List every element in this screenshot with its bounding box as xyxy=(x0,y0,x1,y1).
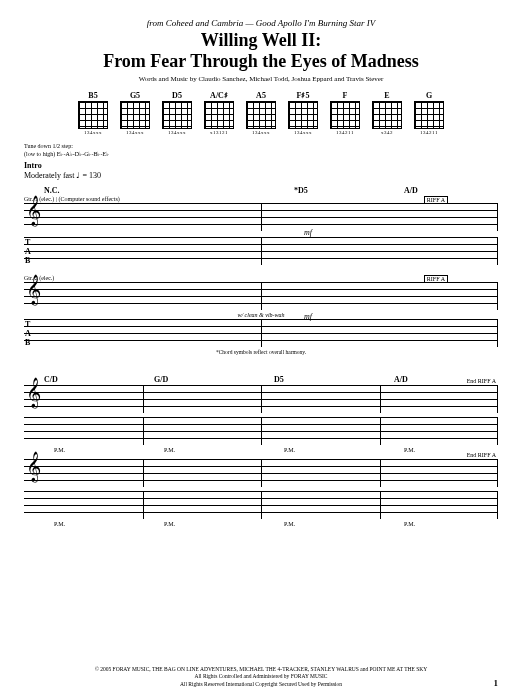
palm-mute: P.M. xyxy=(54,521,65,527)
chord-name: D5 xyxy=(172,91,182,100)
chord-name: F♯5 xyxy=(297,91,310,100)
chord-diagram xyxy=(246,101,276,129)
notation-system-1: N.C. *D5 A/D Gtr. 1 (elec.) | (Computer … xyxy=(24,186,498,355)
tuning-line-1: Tune down 1/2 step: xyxy=(24,143,73,149)
chord-diagram xyxy=(372,101,402,129)
chord-symbol: *D5 xyxy=(294,186,308,195)
chord-name: A5 xyxy=(256,91,266,100)
chord-name: G5 xyxy=(130,91,140,100)
chord-diagram xyxy=(330,101,360,129)
staff-notation: RIFF A xyxy=(24,282,498,310)
copyright-footer: © 2005 FORAY MUSIC, THE BAG ON LINE ADVE… xyxy=(24,666,498,688)
riff-label: RIFF A xyxy=(424,196,448,204)
tab-staff: TAB xyxy=(24,237,498,265)
chord-name: G xyxy=(426,91,432,100)
staff-notation: End RIFF A xyxy=(24,385,498,413)
tuning-instructions: Tune down 1/2 step: (low to high) E♭-A♭-… xyxy=(24,143,498,159)
tab-label: TAB xyxy=(25,238,31,265)
chord-symbol: G/D xyxy=(154,375,168,384)
guitar-2-note: w/ clean & vib-wah xyxy=(24,312,498,318)
copyright-line-3: All Rights Reserved International Copyri… xyxy=(24,681,498,688)
tempo-marking: Moderately fast ♩ = 130 xyxy=(24,171,498,180)
palm-mute: P.M. xyxy=(164,447,175,453)
chord-box: B5 134xxx xyxy=(75,91,111,135)
chord-box: A/C♯ x13121 xyxy=(201,91,237,135)
intro-label: Intro xyxy=(24,161,498,170)
dynamic-marking: mf xyxy=(304,228,312,237)
harmony-footnote: *Chord symbols reflect overall harmony. xyxy=(24,349,498,355)
chord-box: G5 134xxx xyxy=(117,91,153,135)
chord-diagram xyxy=(120,101,150,129)
chord-box: F 134211 xyxy=(327,91,363,135)
sheet-header: from Coheed and Cambria — Good Apollo I'… xyxy=(24,18,498,83)
chord-fingering: 134211 xyxy=(420,130,438,135)
tab-staff: P.M. P.M. P.M. P.M. xyxy=(24,491,498,519)
chord-box: E x342 xyxy=(369,91,405,135)
palm-mute: P.M. xyxy=(284,447,295,453)
chord-fingering: 134xxx xyxy=(252,130,270,135)
title-line-1: Willing Well II: xyxy=(201,30,321,50)
chord-box: D5 134xxx xyxy=(159,91,195,135)
tab-staff: P.M. P.M. P.M. P.M. xyxy=(24,417,498,445)
staff-notation: End RIFF A xyxy=(24,459,498,487)
chord-name: F xyxy=(343,91,348,100)
copyright-line-2: All Rights Controlled and Administered b… xyxy=(24,673,498,680)
chord-symbols-row: N.C. *D5 A/D xyxy=(24,186,498,196)
chord-box: G 134211 xyxy=(411,91,447,135)
chord-symbol: A/D xyxy=(394,375,408,384)
palm-mute: P.M. xyxy=(284,521,295,527)
chord-symbol: D5 xyxy=(274,375,284,384)
chord-name: A/C♯ xyxy=(210,91,228,100)
end-riff-label: End RIFF A xyxy=(467,452,496,458)
notation-system-2: C/D G/D D5 A/D End RIFF A P.M. P.M. P.M.… xyxy=(24,375,498,519)
source-line: from Coheed and Cambria — Good Apollo I'… xyxy=(24,18,498,28)
chord-fingering: 134211 xyxy=(336,130,354,135)
chord-box: F♯5 134xxx xyxy=(285,91,321,135)
chord-symbol: N.C. xyxy=(44,186,60,195)
chord-symbols-row: C/D G/D D5 A/D xyxy=(24,375,498,385)
chord-diagram xyxy=(162,101,192,129)
palm-mute: P.M. xyxy=(404,447,415,453)
chord-name: E xyxy=(384,91,389,100)
end-riff-label: End RIFF A xyxy=(467,378,496,384)
chord-diagram-row: B5 134xxx G5 134xxx D5 134xxx A/C♯ x1312… xyxy=(24,91,498,135)
palm-mute: P.M. xyxy=(164,521,175,527)
chord-diagram xyxy=(78,101,108,129)
chord-fingering: x342 xyxy=(381,130,393,135)
tab-staff: TAB xyxy=(24,319,498,347)
staff-notation: RIFF A xyxy=(24,203,498,231)
chord-fingering: x13121 xyxy=(210,130,228,135)
chord-box: A5 134xxx xyxy=(243,91,279,135)
title-line-2: From Fear Through the Eyes of Madness xyxy=(103,51,419,71)
song-title: Willing Well II: From Fear Through the E… xyxy=(24,30,498,71)
chord-symbol: C/D xyxy=(44,375,58,384)
palm-mute: P.M. xyxy=(54,447,65,453)
chord-diagram xyxy=(414,101,444,129)
chord-fingering: 134xxx xyxy=(294,130,312,135)
chord-diagram xyxy=(204,101,234,129)
tab-label: TAB xyxy=(25,320,31,347)
copyright-line-1: © 2005 FORAY MUSIC, THE BAG ON LINE ADVE… xyxy=(24,666,498,673)
chord-diagram xyxy=(288,101,318,129)
chord-name: B5 xyxy=(88,91,97,100)
chord-symbol: A/D xyxy=(404,186,418,195)
tuning-line-2: (low to high) E♭-A♭-D♭-G♭-B♭-E♭ xyxy=(24,151,109,157)
chord-fingering: 134xxx xyxy=(168,130,186,135)
chord-fingering: 134xxx xyxy=(84,130,102,135)
credits: Words and Music by Claudio Sanchez, Mich… xyxy=(24,75,498,83)
page-number: 1 xyxy=(494,678,499,688)
palm-mute: P.M. xyxy=(404,521,415,527)
riff-label: RIFF A xyxy=(424,275,448,283)
chord-fingering: 134xxx xyxy=(126,130,144,135)
